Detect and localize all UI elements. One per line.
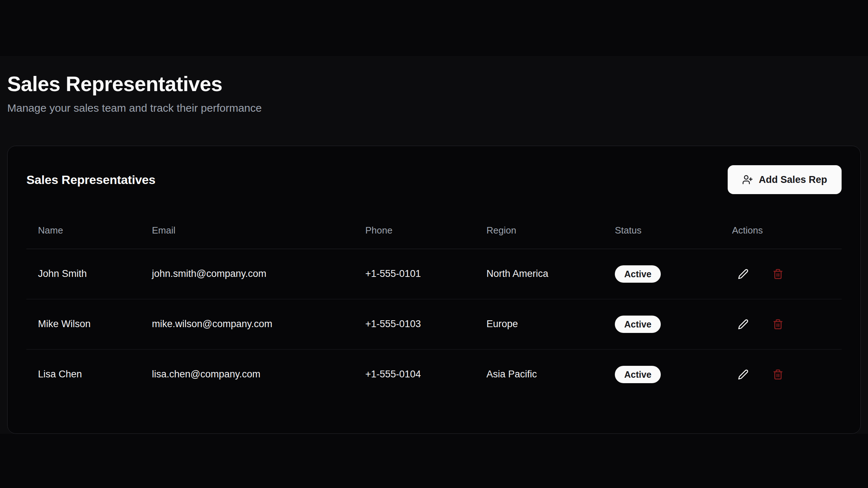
status-cell: Active: [603, 249, 720, 299]
pencil-icon: [738, 269, 749, 279]
status-cell: Active: [603, 299, 720, 349]
sales-reps-table: Name Email Phone Region Status Actions J…: [26, 213, 842, 399]
sales-reps-card: Sales Representatives Add Sales Rep: [7, 146, 861, 434]
phone-cell: +1-555-0103: [354, 299, 475, 349]
column-header-name: Name: [26, 213, 140, 249]
trash-icon: [773, 369, 783, 380]
delete-button[interactable]: [767, 263, 789, 285]
region-cell: Asia Pacific: [475, 349, 603, 399]
status-badge: Active: [615, 265, 661, 283]
actions-cell: [720, 299, 842, 349]
phone-cell: +1-555-0104: [354, 349, 475, 399]
name-cell: Mike Wilson: [26, 299, 140, 349]
add-sales-rep-button-label: Add Sales Rep: [759, 174, 827, 185]
card-title: Sales Representatives: [26, 173, 156, 187]
delete-button[interactable]: [767, 313, 789, 335]
trash-icon: [773, 269, 783, 279]
page-subtitle: Manage your sales team and track their p…: [7, 101, 861, 115]
edit-button[interactable]: [732, 363, 754, 386]
actions-cell: [720, 349, 842, 399]
email-cell: mike.wilson@company.com: [140, 299, 354, 349]
user-plus-icon: [742, 174, 753, 185]
status-cell: Active: [603, 349, 720, 399]
column-header-phone: Phone: [354, 213, 475, 249]
top-header-band: [0, 0, 868, 56]
page-title: Sales Representatives: [7, 72, 861, 96]
column-header-actions: Actions: [720, 213, 842, 249]
column-header-region: Region: [475, 213, 603, 249]
pencil-icon: [738, 369, 749, 380]
edit-button[interactable]: [732, 263, 754, 285]
edit-button[interactable]: [732, 313, 754, 335]
add-sales-rep-button[interactable]: Add Sales Rep: [728, 165, 842, 194]
email-cell: john.smith@company.com: [140, 249, 354, 299]
table-row: Mike Wilson mike.wilson@company.com +1-5…: [26, 299, 842, 349]
name-cell: John Smith: [26, 249, 140, 299]
card-header: Sales Representatives Add Sales Rep: [26, 165, 842, 194]
email-cell: lisa.chen@company.com: [140, 349, 354, 399]
region-cell: North America: [475, 249, 603, 299]
column-header-email: Email: [140, 213, 354, 249]
table-header-row: Name Email Phone Region Status Actions: [26, 213, 842, 249]
actions-cell: [720, 249, 842, 299]
table-row: John Smith john.smith@company.com +1-555…: [26, 249, 842, 299]
phone-cell: +1-555-0101: [354, 249, 475, 299]
pencil-icon: [738, 319, 749, 330]
column-header-status: Status: [603, 213, 720, 249]
table-row: Lisa Chen lisa.chen@company.com +1-555-0…: [26, 349, 842, 399]
status-badge: Active: [615, 366, 661, 383]
main-content: Sales Representatives Manage your sales …: [0, 56, 868, 434]
name-cell: Lisa Chen: [26, 349, 140, 399]
trash-icon: [773, 319, 783, 330]
delete-button[interactable]: [767, 363, 789, 386]
region-cell: Europe: [475, 299, 603, 349]
status-badge: Active: [615, 316, 661, 333]
